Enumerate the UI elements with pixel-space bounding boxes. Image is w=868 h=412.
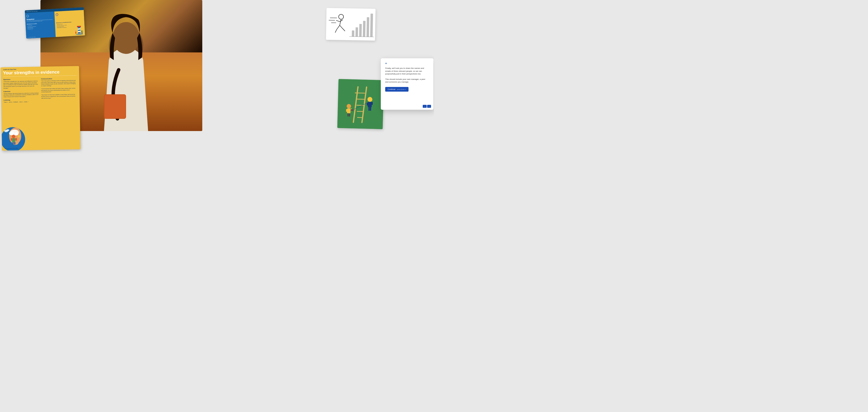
nav-up-arrow[interactable]: ↑ [423,105,427,108]
svg-rect-8 [78,32,81,33]
strengths-footer: You Can Now Since 2001 [4,147,19,149]
svg-rect-31 [355,27,358,36]
svg-line-48 [357,117,363,118]
svg-rect-7 [78,30,81,31]
svg-rect-22 [10,138,12,141]
continue-text-2: This should include your own manager, a … [385,78,429,83]
svg-rect-52 [371,102,373,105]
svg-rect-35 [370,14,373,37]
woman-figure [80,1,173,131]
communication-text-2: "Communication both written and verbal. … [41,88,77,93]
svg-rect-34 [367,17,369,37]
svg-rect-33 [363,21,366,37]
svg-rect-50 [368,102,372,107]
strengths-card: LeaderLab | Dipa Patel Your strengths in… [0,66,81,151]
snapshot-page-num: 2 [84,34,84,35]
snapshot-card: LeaderLab | You Can Now → Snapshot Here … [25,7,85,38]
communication-text: "She's been great at checking in with me… [41,80,77,87]
listening-title: Listening [4,99,39,101]
svg-rect-23 [15,138,17,141]
svg-line-47 [357,111,364,111]
ladder-card [337,79,384,129]
svg-rect-41 [337,79,384,129]
communication-text-3: "Dipa keeps her direct team updated on m… [41,94,77,99]
continue-button[interactable]: Continue press Enter ↵ [385,87,408,92]
svg-rect-61 [350,109,353,111]
continue-text-1: Finally, we'll ask you to share the name… [385,67,429,75]
ladder-illustration [337,79,384,129]
svg-rect-25 [14,142,16,144]
listening-text: "Dipa is ... and ex... feedback ... does… [4,101,39,103]
nav-down-arrow[interactable]: ↓ [427,105,431,108]
calmness-title: Calmness [3,90,39,92]
svg-rect-13 [75,32,76,34]
quote-mark: “ [385,63,429,66]
calmness-text: "During meetings, Dipa demonstrates her … [3,92,39,98]
svg-line-46 [356,105,364,105]
svg-rect-53 [368,107,370,111]
svg-rect-57 [346,109,347,112]
svg-point-12 [75,30,76,32]
svg-rect-32 [359,24,362,37]
communication-title: Communication [41,77,77,80]
svg-point-1 [113,22,140,54]
svg-point-14 [81,30,83,32]
lighthouse-illustration [74,23,84,36]
svg-line-45 [356,99,366,99]
continue-nav-arrows: ↑ ↓ [423,105,431,108]
svg-rect-59 [347,113,349,116]
running-bars-illustration [327,9,374,39]
svg-rect-51 [367,103,368,106]
openness-title: Openness [3,78,39,80]
svg-rect-6 [78,27,80,29]
svg-rect-15 [82,32,83,34]
openness-text: "I think Dipa's strengths lie in her ope… [3,80,39,89]
svg-rect-9 [77,26,81,27]
svg-rect-56 [347,108,351,113]
svg-rect-3 [104,95,126,118]
head-brain-illustration [1,122,34,151]
continue-card: “ Finally, we'll ask you to share the na… [381,58,434,110]
svg-line-44 [355,93,365,93]
svg-rect-24 [12,142,14,144]
svg-rect-54 [370,107,371,111]
svg-rect-30 [352,30,354,36]
sustain-icon: → [26,15,29,18]
svg-rect-60 [349,113,350,116]
running-illustration-card [326,8,375,40]
